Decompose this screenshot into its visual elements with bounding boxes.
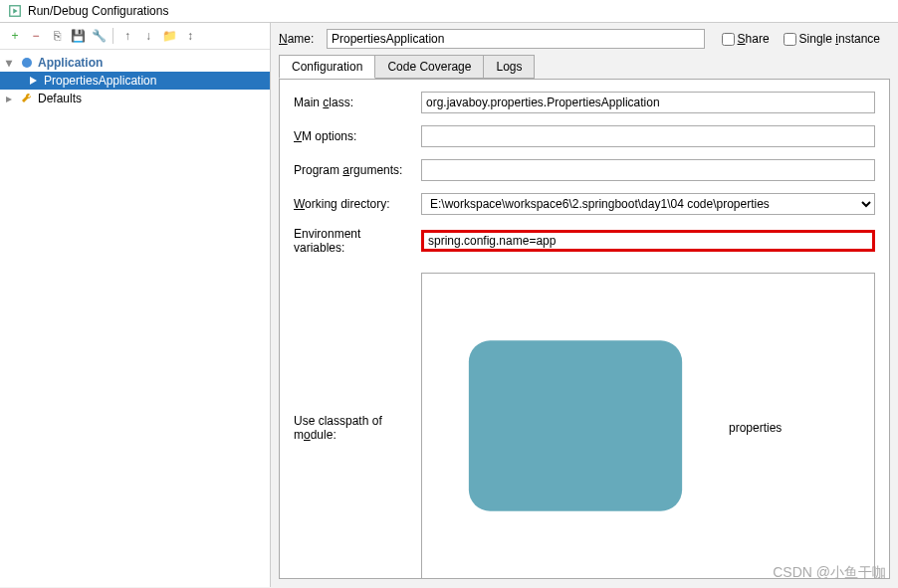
svg-marker-1: [13, 8, 17, 13]
classpath-row: Use classpath of module: properties: [294, 273, 875, 579]
left-toolbar: + − ⎘ 💾 🔧 ↑ ↓ 📁 ↕: [0, 23, 270, 50]
left-panel: + − ⎘ 💾 🔧 ↑ ↓ 📁 ↕ ▾ Application Properti…: [0, 23, 271, 587]
collapse-icon: ▾: [6, 56, 16, 70]
wrench-button[interactable]: 🔧: [90, 27, 108, 45]
name-input[interactable]: [327, 29, 705, 49]
main-class-input[interactable]: [421, 92, 875, 113]
program-args-input[interactable]: [421, 159, 875, 181]
working-dir-row: Working directory: E:\workspace\workspac…: [294, 193, 875, 215]
move-down-button[interactable]: ↓: [139, 27, 157, 45]
remove-config-button[interactable]: −: [27, 27, 45, 45]
separator: [112, 28, 113, 44]
title-bar: Run/Debug Configurations: [0, 0, 898, 23]
tree-application[interactable]: ▾ Application: [0, 54, 270, 72]
vm-options-label: VM options:: [294, 129, 413, 143]
right-panel: Name: Share Single instance Configuratio…: [271, 23, 898, 587]
config-icon: [8, 4, 22, 18]
sort-button[interactable]: ↕: [181, 27, 199, 45]
classpath-label: Use classpath of module:: [294, 414, 413, 442]
window-title: Run/Debug Configurations: [28, 4, 168, 18]
tree-application-label: Application: [38, 56, 103, 70]
vm-options-row: VM options:: [294, 125, 875, 147]
checkbox-group: Share Single instance: [722, 32, 890, 46]
module-icon: [426, 277, 725, 578]
share-checkbox[interactable]: [722, 33, 735, 46]
tree-properties-app[interactable]: PropertiesApplication: [0, 72, 270, 90]
copy-config-button[interactable]: ⎘: [48, 27, 66, 45]
name-label: Name:: [279, 32, 319, 46]
tabs: Configuration Code Coverage Logs: [271, 55, 898, 79]
svg-rect-4: [469, 340, 682, 510]
tab-code-coverage[interactable]: Code Coverage: [374, 55, 484, 79]
main-class-label: Main class:: [294, 96, 413, 109]
program-args-row: Program arguments:: [294, 159, 875, 181]
single-instance-label[interactable]: Single instance: [784, 32, 880, 46]
env-vars-input[interactable]: [421, 230, 875, 252]
env-vars-row: Environment variables:: [294, 227, 875, 255]
run-config-icon: [26, 74, 40, 88]
wrench-icon: [20, 92, 34, 105]
main-container: + − ⎘ 💾 🔧 ↑ ↓ 📁 ↕ ▾ Application Properti…: [0, 23, 898, 587]
single-instance-checkbox[interactable]: [784, 33, 796, 46]
tab-logs[interactable]: Logs: [483, 55, 535, 79]
svg-marker-3: [30, 77, 37, 85]
tree-properties-app-label: PropertiesApplication: [44, 74, 156, 88]
env-vars-label: Environment variables:: [294, 227, 413, 255]
share-checkbox-label[interactable]: Share: [722, 32, 770, 46]
tab-content: Main class: VM options: Program argument…: [279, 79, 890, 579]
move-up-button[interactable]: ↑: [118, 27, 136, 45]
working-dir-label: Working directory:: [294, 197, 413, 211]
application-icon: [20, 56, 34, 70]
save-config-button[interactable]: 💾: [69, 27, 87, 45]
classpath-value: properties: [729, 421, 782, 435]
classpath-select[interactable]: properties: [421, 273, 875, 579]
name-row: Name: Share Single instance: [271, 23, 898, 55]
svg-point-2: [22, 58, 32, 68]
program-args-label: Program arguments:: [294, 163, 413, 177]
expand-icon: ▸: [6, 92, 16, 105]
folder-button[interactable]: 📁: [160, 27, 178, 45]
tab-configuration[interactable]: Configuration: [279, 55, 375, 79]
working-dir-select[interactable]: E:\workspace\workspace6\2.springboot\day…: [421, 193, 875, 215]
main-class-row: Main class:: [294, 92, 875, 113]
tree-defaults-label: Defaults: [38, 92, 82, 105]
add-config-button[interactable]: +: [6, 27, 24, 45]
vm-options-input[interactable]: [421, 125, 875, 147]
config-tree: ▾ Application PropertiesApplication ▸ De…: [0, 50, 270, 587]
tree-defaults[interactable]: ▸ Defaults: [0, 90, 270, 107]
